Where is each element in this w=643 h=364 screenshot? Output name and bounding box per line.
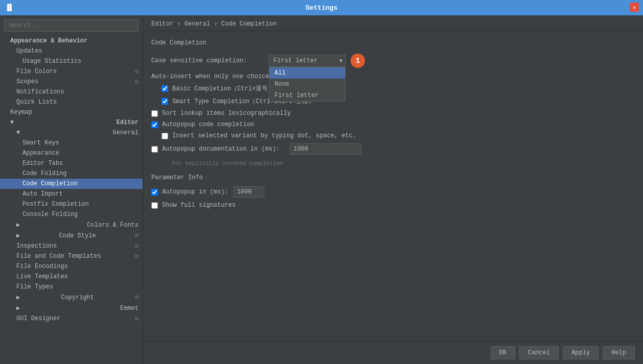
- param-autopopup-row: Autopopup in (ms):: [151, 186, 635, 198]
- insert-variant-label: Insert selected variant by typing dot, s…: [172, 132, 356, 139]
- sidebar-item-label: Appearance: [22, 150, 59, 157]
- sidebar-item-console-folding[interactable]: Console Folding: [0, 209, 143, 220]
- case-sensitive-row: Case sensitive completion: First letter …: [151, 54, 635, 68]
- basic-completion-checkbox[interactable]: [162, 85, 168, 92]
- sidebar-item-label: Updates: [16, 47, 42, 55]
- param-autopopup-input[interactable]: [234, 186, 264, 198]
- sidebar-item-editor[interactable]: ▼ Editor: [0, 117, 143, 128]
- case-sensitive-dropdown-container: First letter ▼ All None First letter: [269, 55, 346, 67]
- dropdown-option-none[interactable]: None: [269, 79, 345, 90]
- copy-icon: ⧉: [135, 244, 139, 249]
- sidebar-item-copyright[interactable]: ▶ Copyright ⧉: [0, 292, 143, 303]
- sidebar-item-keymap[interactable]: Keymap: [0, 107, 143, 117]
- sidebar-item-colors-fonts[interactable]: ▶ Colors & Fonts: [0, 220, 143, 230]
- basic-completion-label: Basic Completion（Ctrl+退号）: [172, 84, 274, 93]
- sidebar-item-label: Inspections: [16, 242, 57, 250]
- sidebar-item-quick-lists[interactable]: Quick Lists: [0, 97, 143, 107]
- sidebar-item-file-colors[interactable]: File Colors ⧉: [0, 66, 143, 77]
- sidebar-item-label: Console Folding: [22, 211, 78, 218]
- smart-type-completion-checkbox[interactable]: [162, 98, 168, 105]
- autopopup-row: Autopopup code completion: [151, 121, 635, 128]
- autopopup-doc-checkbox[interactable]: [151, 146, 158, 153]
- arrow-icon: ▼: [10, 119, 14, 126]
- show-full-sig-row: Show full signatures: [151, 202, 635, 209]
- sidebar-item-code-completion[interactable]: Code Completion: [0, 179, 143, 189]
- sidebar-item-smart-keys[interactable]: Smart Keys: [0, 138, 143, 148]
- dropdown-option-first-letter[interactable]: First letter: [269, 90, 345, 101]
- ok-button[interactable]: OK: [491, 346, 515, 359]
- sidebar-item-appearance[interactable]: Appearance: [0, 148, 143, 158]
- sidebar-item-editor-tabs[interactable]: Editor Tabs: [0, 158, 143, 168]
- sidebar-item-label: Keymap: [10, 109, 32, 116]
- app-icon: ▐▌: [5, 4, 14, 12]
- sidebar-item-label: Editor Tabs: [22, 160, 63, 167]
- param-info-title: Parameter Info: [151, 174, 635, 181]
- for-explicit-hint: For explicitly invoked completion: [172, 160, 635, 167]
- dropdown-option-all[interactable]: All: [269, 67, 345, 79]
- sidebar-item-code-folding[interactable]: Code Folding: [0, 168, 143, 179]
- content-area: Appearance & Behavior Updates Usage Stat…: [0, 15, 643, 364]
- copy-icon: ⧉: [135, 69, 139, 75]
- sidebar-item-inspections[interactable]: Inspections ⧉: [0, 241, 143, 251]
- autopopup-checkbox[interactable]: [151, 122, 158, 128]
- sidebar-item-emmet[interactable]: ▶ Emmet: [0, 303, 143, 313]
- help-button[interactable]: Help: [603, 346, 635, 359]
- sidebar-item-label: Live Templates: [16, 273, 68, 280]
- param-autopopup-checkbox[interactable]: [151, 189, 158, 196]
- sidebar-item-updates[interactable]: Updates: [0, 46, 143, 56]
- auto-insert-text: Auto-insert when only one choice on:: [151, 73, 284, 80]
- sidebar-item-general[interactable]: ▼ General: [0, 128, 143, 138]
- sidebar-item-label: General: [113, 129, 139, 136]
- sidebar-item-label: Smart Keys: [22, 139, 59, 147]
- case-sensitive-dropdown[interactable]: First letter ▼: [269, 55, 346, 67]
- insert-variant-checkbox[interactable]: [162, 133, 168, 139]
- sidebar-item-label: Scopes: [16, 78, 38, 85]
- insert-variant-row: Insert selected variant by typing dot, s…: [162, 132, 635, 139]
- sidebar-item-notifications[interactable]: Notifications: [0, 87, 143, 97]
- sidebar-item-label: Editor: [117, 119, 139, 126]
- sidebar-item-gui-designer[interactable]: GUI Designer ⧉: [0, 313, 143, 324]
- copy-icon: ⧉: [135, 254, 139, 259]
- param-autopopup-label: Autopopup in (ms):: [162, 188, 228, 196]
- bottom-bar: OK Cancel Apply Help: [143, 341, 643, 364]
- dropdown-arrow-icon: ▼: [339, 58, 342, 64]
- sidebar-item-label: File Types: [16, 283, 53, 290]
- sidebar-item-label: File Colors: [16, 68, 57, 75]
- auto-insert-label: Auto-insert when only one choice on:: [151, 73, 635, 80]
- breadcrumb: Editor › General › Code Completion: [143, 15, 643, 31]
- sidebar-item-file-encodings[interactable]: File Encodings: [0, 261, 143, 272]
- cancel-button[interactable]: Cancel: [519, 346, 559, 359]
- smart-type-completion-row: Smart Type Completion（Ctrl+Shift+空格）: [162, 97, 635, 106]
- dropdown-popup: All None First letter: [269, 67, 346, 102]
- sidebar-item-file-code-templates[interactable]: File and Code Templates ⧉: [0, 251, 143, 261]
- copy-icon: ⧉: [135, 295, 139, 300]
- copy-icon: ⧉: [135, 79, 139, 85]
- sidebar-item-code-style[interactable]: ▶ Code Style ⧉: [0, 230, 143, 241]
- sidebar-item-postfix-completion[interactable]: Postfix Completion: [0, 199, 143, 209]
- sort-lookup-checkbox[interactable]: [151, 110, 158, 117]
- sidebar-item-label: Usage Statistics: [22, 58, 81, 65]
- sidebar-item-label: Notifications: [16, 88, 64, 95]
- sidebar-item-file-types[interactable]: File Types: [0, 282, 143, 292]
- autopopup-doc-input[interactable]: [290, 143, 361, 155]
- sidebar-item-label: Code Completion: [22, 180, 78, 187]
- sidebar-item-scopes[interactable]: Scopes ⧉: [0, 77, 143, 87]
- sidebar-item-usage-statistics[interactable]: Usage Statistics: [0, 56, 143, 66]
- sidebar-item-auto-import[interactable]: Auto Import: [0, 189, 143, 199]
- copy-icon: ⧉: [135, 233, 139, 238]
- close-button[interactable]: ✕: [630, 3, 639, 12]
- show-full-sig-checkbox[interactable]: [151, 202, 158, 209]
- sidebar-item-label: File Encodings: [16, 263, 68, 270]
- sidebar-item-label: Auto Import: [22, 190, 63, 198]
- sidebar-item-label: Appearance & Behavior: [10, 37, 87, 44]
- arrow-icon: ▶: [16, 294, 20, 301]
- search-input[interactable]: [4, 19, 139, 32]
- sidebar-item-appearance-behavior[interactable]: Appearance & Behavior: [0, 36, 143, 46]
- arrow-icon: ▶: [16, 232, 20, 239]
- autopopup-label: Autopopup code completion: [162, 121, 254, 128]
- autopopup-doc-label: Autopopup documentation in (ms):: [162, 145, 280, 153]
- arrow-icon: ▼: [16, 129, 20, 136]
- sidebar-item-live-templates[interactable]: Live Templates: [0, 272, 143, 282]
- sidebar-item-label: Copyright: [61, 294, 94, 301]
- apply-button[interactable]: Apply: [563, 346, 599, 359]
